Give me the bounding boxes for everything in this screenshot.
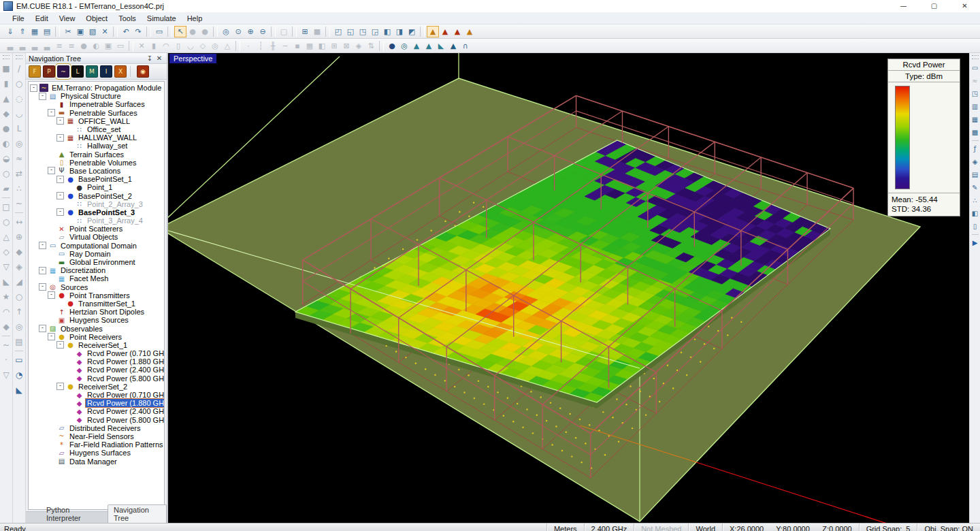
- module-terrano-icon[interactable]: ~: [57, 65, 69, 78]
- window-close-icon[interactable]: ✕: [949, 0, 980, 12]
- status-grid-snap[interactable]: Grid Snap: 5: [859, 524, 917, 531]
- cone-icon: ▲: [1, 91, 12, 106]
- window-minimize-icon[interactable]: —: [888, 0, 919, 12]
- view-left-icon[interactable]: ◳: [357, 26, 369, 37]
- module-ferma-icon[interactable]: M: [86, 65, 98, 78]
- module-picasso-icon[interactable]: P: [43, 65, 55, 78]
- formula-icon[interactable]: ƒ: [970, 142, 980, 155]
- expander-icon[interactable]: -: [39, 267, 46, 274]
- env-mountain-1-icon[interactable]: ▲: [410, 40, 423, 52]
- expander-icon[interactable]: -: [56, 176, 64, 183]
- 3d-viewport[interactable]: Perspective Rcvd Power Type: dBm Mean: -…: [168, 53, 969, 523]
- env-arc-icon[interactable]: ∩: [459, 40, 472, 52]
- toggle-observables-icon[interactable]: ▲: [463, 26, 476, 37]
- point-grid-icon[interactable]: ▦: [970, 113, 980, 126]
- tile-windows-icon[interactable]: ⊞: [299, 26, 311, 37]
- clipboard-icon[interactable]: ▤: [970, 168, 980, 181]
- expander-icon[interactable]: -: [39, 93, 46, 100]
- box-3d-icon[interactable]: ◳: [970, 87, 980, 100]
- module-tempo-icon[interactable]: F: [29, 65, 41, 78]
- select-tool-icon[interactable]: ↖: [174, 26, 186, 37]
- view-bottom-icon[interactable]: ◱: [344, 26, 357, 37]
- zoom-in-icon[interactable]: ⊕: [244, 26, 257, 37]
- protractor-icon[interactable]: ◔: [14, 368, 25, 383]
- tab-python-interpreter[interactable]: Python Interpreter: [41, 505, 105, 523]
- tree-item-em-terrano-propagation-module[interactable]: - ~ EM.Terrano: Propagation Module: [29, 84, 164, 92]
- env-terrain-icon[interactable]: ◣: [435, 40, 447, 52]
- expander-icon[interactable]: -: [48, 291, 55, 299]
- import-file-icon[interactable]: ⇓: [4, 26, 16, 37]
- toggle-base-sets-icon[interactable]: ▲: [427, 26, 439, 37]
- undo-icon[interactable]: ↶: [120, 26, 132, 37]
- device-icon[interactable]: ▯: [970, 220, 980, 233]
- env-person-icon[interactable]: ▲: [447, 40, 459, 52]
- branch-icon[interactable]: ∴: [970, 194, 980, 207]
- pin-icon[interactable]: ↧: [145, 54, 154, 62]
- toggle-transmitters-icon[interactable]: ▲: [439, 26, 451, 37]
- module-libera-icon[interactable]: L: [71, 65, 84, 78]
- expander-icon[interactable]: -: [56, 341, 64, 349]
- paste-icon[interactable]: ▧: [86, 26, 99, 37]
- python-console-icon[interactable]: ▭: [153, 26, 165, 37]
- menu-edit[interactable]: Edit: [30, 14, 54, 23]
- ruler-icon[interactable]: ▭: [970, 61, 980, 74]
- view-iso-icon[interactable]: ◩: [406, 26, 418, 37]
- menu-object[interactable]: Object: [80, 14, 113, 23]
- module-illumina-icon[interactable]: I: [100, 65, 112, 78]
- view-back-icon[interactable]: ◨: [393, 26, 406, 37]
- delete-icon[interactable]: ✕: [99, 26, 111, 37]
- sheets-icon[interactable]: ▥: [970, 100, 980, 113]
- expander-icon[interactable]: -: [39, 283, 46, 291]
- view-front-icon[interactable]: ◧: [381, 26, 393, 37]
- ffrad-icon: *: [57, 440, 66, 449]
- window-add-icon: ⊞: [328, 40, 340, 52]
- expander-icon[interactable]: -: [30, 84, 37, 92]
- capture-icon[interactable]: ◧: [970, 207, 980, 220]
- env-mountain-2-icon[interactable]: ▲: [423, 40, 435, 52]
- expander-icon[interactable]: -: [56, 208, 64, 216]
- view-top-icon[interactable]: ◰: [332, 26, 344, 37]
- scene-canvas[interactable]: [168, 53, 969, 523]
- cut-icon[interactable]: ✂: [62, 26, 74, 37]
- zoom-window-icon[interactable]: ⊖: [257, 26, 269, 37]
- tree-item-global-environment: ▬ Global Environment: [29, 258, 164, 266]
- orbit-3d-icon[interactable]: ◈: [970, 155, 980, 168]
- run-simulation-icon[interactable]: ▶: [970, 236, 980, 249]
- expander-icon[interactable]: -: [56, 383, 64, 390]
- menu-simulate[interactable]: Simulate: [142, 14, 182, 23]
- ruler-tool-icon[interactable]: ▭: [14, 353, 25, 368]
- export-file-icon[interactable]: ⇑: [16, 26, 29, 37]
- menu-help[interactable]: Help: [182, 14, 208, 23]
- toggle-receivers-icon[interactable]: ▲: [451, 26, 463, 37]
- app-settings-icon[interactable]: ◉: [137, 65, 149, 78]
- expander-icon[interactable]: -: [56, 134, 64, 142]
- compute-icon[interactable]: ▩: [970, 126, 980, 139]
- env-bird-icon[interactable]: ●: [386, 40, 398, 52]
- module-cad-icon[interactable]: X: [114, 65, 127, 78]
- menu-view[interactable]: View: [54, 14, 81, 23]
- expander-icon[interactable]: -: [39, 242, 46, 249]
- zoom-extents-icon[interactable]: ◎: [220, 26, 232, 37]
- redo-icon[interactable]: ↷: [132, 26, 144, 37]
- expander-icon[interactable]: -: [48, 109, 55, 116]
- expander-icon[interactable]: -: [48, 333, 55, 340]
- menu-tools[interactable]: Tools: [113, 14, 142, 23]
- save-project-icon[interactable]: ▦: [29, 26, 41, 37]
- menu-file[interactable]: File: [7, 14, 30, 23]
- env-globe-icon[interactable]: ◎: [398, 40, 410, 52]
- ramp-icon[interactable]: ◣: [14, 383, 25, 398]
- separator: [213, 27, 218, 37]
- view-right-icon[interactable]: ◲: [369, 26, 381, 37]
- window-restore-icon[interactable]: ▢: [919, 0, 949, 12]
- expander-icon[interactable]: -: [56, 117, 64, 125]
- expander-icon[interactable]: -: [56, 192, 64, 199]
- annotate-icon[interactable]: ✎: [970, 181, 980, 194]
- zoom-realtime-icon[interactable]: ⊙: [232, 26, 244, 37]
- print-icon[interactable]: ▤: [41, 26, 53, 37]
- tab-navigation-tree[interactable]: Navigation Tree: [108, 504, 167, 523]
- status-object-snap[interactable]: Obj. Snap: ON: [917, 524, 980, 531]
- copy-icon[interactable]: ▣: [74, 26, 86, 37]
- close-icon[interactable]: ✕: [154, 54, 164, 62]
- expander-icon[interactable]: -: [39, 325, 46, 332]
- expander-icon[interactable]: -: [48, 167, 55, 174]
